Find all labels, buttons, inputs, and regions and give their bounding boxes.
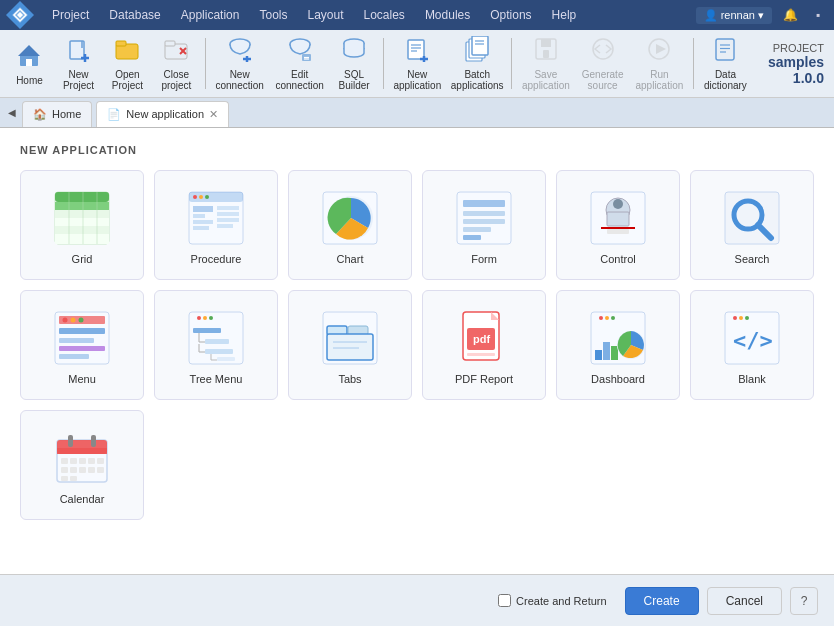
close-tab-new-application[interactable]: ✕ xyxy=(209,108,218,121)
svg-rect-37 xyxy=(543,50,549,58)
toolbar-new-connection[interactable]: New connection xyxy=(211,35,269,93)
svg-rect-106 xyxy=(59,338,94,343)
main-content: NEW APPLICATION Grid xyxy=(0,128,834,574)
svg-rect-62 xyxy=(97,226,109,234)
tabs-icon xyxy=(321,310,379,366)
cancel-button[interactable]: Cancel xyxy=(707,587,782,615)
project-name: samples 1.0.0 xyxy=(754,54,824,86)
app-item-tree-menu[interactable]: Tree Menu xyxy=(154,290,278,400)
create-return-checkbox[interactable]: Create and Return xyxy=(498,594,607,607)
app-item-grid[interactable]: Grid xyxy=(20,170,144,280)
toolbar-close-project[interactable]: Close project xyxy=(153,35,200,93)
toolbar-data-dictionary[interactable]: Data dictionary xyxy=(699,35,752,93)
svg-rect-51 xyxy=(55,210,69,218)
svg-rect-96 xyxy=(607,229,629,234)
app-calendar-label: Calendar xyxy=(60,493,105,505)
svg-rect-53 xyxy=(83,210,97,218)
notification-icon[interactable]: 🔔 xyxy=(780,5,800,25)
toolbar-sql-builder-label: SQL Builder xyxy=(336,69,373,91)
svg-point-104 xyxy=(79,318,84,323)
window-controls[interactable]: ▪ xyxy=(808,5,828,25)
sep4 xyxy=(693,38,694,89)
app-item-dashboard[interactable]: Dashboard xyxy=(556,290,680,400)
toolbar-open-project-label: Open Project xyxy=(109,69,146,91)
app-control-label: Control xyxy=(600,253,635,265)
svg-text:pdf: pdf xyxy=(473,333,490,345)
svg-rect-119 xyxy=(205,349,233,354)
procedure-icon-wrap xyxy=(186,187,246,249)
control-icon-wrap xyxy=(588,187,648,249)
tab-home[interactable]: 🏠 Home xyxy=(22,101,92,127)
user-badge[interactable]: 👤 rennan ▾ xyxy=(696,7,772,24)
svg-point-146 xyxy=(745,316,749,320)
toolbar-new-project[interactable]: New Project xyxy=(55,35,102,93)
svg-rect-157 xyxy=(97,458,104,464)
app-item-form[interactable]: Form xyxy=(422,170,546,280)
create-return-check[interactable] xyxy=(498,594,511,607)
footer: Create and Return Create Cancel ? xyxy=(0,574,834,626)
app-chart-label: Chart xyxy=(337,253,364,265)
tabs-nav-left[interactable]: ◀ xyxy=(4,105,20,121)
menu-modules[interactable]: Modules xyxy=(415,0,480,30)
menu-tools[interactable]: Tools xyxy=(249,0,297,30)
menu-locales[interactable]: Locales xyxy=(354,0,415,30)
toolbar-new-application-label: New application xyxy=(393,69,441,91)
toolbar-batch-applications[interactable]: Batch applications xyxy=(448,35,506,93)
create-return-label: Create and Return xyxy=(516,595,607,607)
home-icon xyxy=(16,42,42,72)
toolbar-sql-builder[interactable]: SQL Builder xyxy=(331,35,378,93)
menu-project[interactable]: Project xyxy=(42,0,99,30)
menu-database[interactable]: Database xyxy=(99,0,170,30)
user-icon: 👤 xyxy=(704,9,718,21)
tab-new-application[interactable]: 📄 New application ✕ xyxy=(96,101,229,127)
menu-options[interactable]: Options xyxy=(480,0,541,30)
close-project-icon xyxy=(163,36,189,66)
calendar-icon xyxy=(53,430,111,486)
chart-icon-wrap xyxy=(320,187,380,249)
app-dashboard-label: Dashboard xyxy=(591,373,645,385)
svg-rect-105 xyxy=(59,328,105,334)
create-button[interactable]: Create xyxy=(625,587,699,615)
app-item-pdf-report[interactable]: pdf PDF Report xyxy=(422,290,546,400)
tree-menu-icon xyxy=(187,310,245,366)
tree-menu-icon-wrap xyxy=(186,307,246,369)
app-item-chart[interactable]: Chart xyxy=(288,170,412,280)
svg-rect-109 xyxy=(189,312,243,364)
new-connection-icon xyxy=(227,36,253,66)
app-item-control[interactable]: Control xyxy=(556,170,680,280)
svg-rect-80 xyxy=(217,212,239,216)
svg-rect-154 xyxy=(70,458,77,464)
svg-rect-11 xyxy=(116,41,126,46)
app-grid-label: Grid xyxy=(72,253,93,265)
toolbar-open-project[interactable]: Open Project xyxy=(104,35,151,93)
home-tab-icon: 🏠 xyxy=(33,108,47,121)
app-item-procedure[interactable]: Procedure xyxy=(154,170,278,280)
svg-rect-113 xyxy=(193,328,221,333)
blank-icon-wrap: </> xyxy=(722,307,782,369)
help-button[interactable]: ? xyxy=(790,587,818,615)
menu-application[interactable]: Application xyxy=(171,0,250,30)
app-item-tabs[interactable]: Tabs xyxy=(288,290,412,400)
svg-rect-79 xyxy=(217,206,239,210)
project-label-text: PROJECT xyxy=(754,42,824,54)
toolbar-generate-source: Generate source xyxy=(577,35,629,93)
menu-help[interactable]: Help xyxy=(542,0,587,30)
svg-rect-82 xyxy=(217,224,233,228)
app-procedure-label: Procedure xyxy=(191,253,242,265)
app-item-blank[interactable]: </> Blank xyxy=(690,290,814,400)
toolbar-run-application-label: Run application xyxy=(635,69,683,91)
app-tree-menu-label: Tree Menu xyxy=(190,373,243,385)
tab-new-application-label: New application xyxy=(126,108,204,120)
app-item-menu[interactable]: Menu xyxy=(20,290,144,400)
app-item-calendar[interactable]: Calendar xyxy=(20,410,144,520)
toolbar-new-project-label: New Project xyxy=(60,69,97,91)
top-menu: Project Database Application Tools Layou… xyxy=(42,0,696,30)
toolbar-new-application[interactable]: New application xyxy=(388,35,446,93)
menu-layout[interactable]: Layout xyxy=(297,0,353,30)
toolbar-home-label: Home xyxy=(16,75,43,86)
form-icon-wrap xyxy=(454,187,514,249)
toolbar-home[interactable]: Home xyxy=(6,35,53,93)
app-item-search[interactable]: Search xyxy=(690,170,814,280)
toolbar-edit-connection[interactable]: Edit connection xyxy=(271,35,329,93)
app-pdf-report-label: PDF Report xyxy=(455,373,513,385)
